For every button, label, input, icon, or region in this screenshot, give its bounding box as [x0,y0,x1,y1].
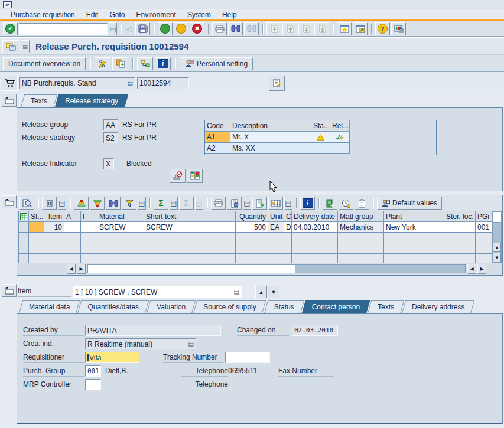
find-button[interactable] [228,22,243,35]
enter-button[interactable]: ✔ [3,22,18,35]
matl-group-cell[interactable]: Mechanics [338,222,384,233]
last-page-button[interactable] [314,22,329,35]
command-history-dropdown[interactable]: ▤ [109,22,117,35]
release-options-button[interactable] [187,169,203,183]
other-document-button[interactable] [112,57,128,70]
tab-material-data[interactable]: Material data [21,300,78,313]
sum-button[interactable]: Σ [154,197,168,210]
collapse-detail-button[interactable] [2,284,17,297]
new-session-button[interactable] [337,22,352,35]
col-header-status[interactable]: St... [29,211,44,222]
release-strategy-button[interactable] [137,57,153,70]
col-header-short-text[interactable]: Short text [144,211,236,222]
delivery-date-cell[interactable]: 04.03.2010 [292,222,338,233]
filter-button[interactable] [122,197,136,210]
cart-button[interactable] [2,76,18,91]
description-col-header[interactable]: Description [230,120,311,132]
delivery-schedule-button[interactable] [339,197,353,210]
command-field[interactable] [19,23,108,35]
save-button[interactable] [135,22,150,35]
customize-layout-button[interactable] [391,22,406,35]
cancel-button[interactable]: ✖ [190,22,204,35]
document-texts-button[interactable] [269,76,285,91]
menu-help[interactable]: Help [222,11,237,19]
window-menu-icon[interactable] [3,1,12,8]
cancel-release-button[interactable] [170,169,186,183]
menu-environment[interactable]: Environment [136,11,175,19]
menu-edit[interactable]: Edit [86,11,99,19]
col-header-i[interactable]: I [81,211,97,222]
requisitioner-field[interactable]: Vita [85,352,139,363]
i-cell[interactable] [81,222,97,233]
mrp-controller-field[interactable] [85,379,101,390]
delete-dropdown[interactable]: ▤ [58,197,66,210]
menu-system[interactable]: System [187,11,211,19]
print-items-button[interactable] [211,197,226,210]
status-cell[interactable] [311,132,330,143]
description-cell[interactable]: Mr. X [230,132,311,143]
material-cell[interactable]: SCREW [97,222,144,233]
creation-indicator-combo[interactable]: R Realtime (manual)▤ [85,338,196,349]
tab-contact-person[interactable]: Contact person [304,300,368,313]
col-header-a[interactable]: A [64,211,81,222]
description-cell[interactable]: Ms. XX [230,143,311,154]
help-button[interactable]: ? [375,22,390,35]
document-overview-button[interactable]: Document overview on [3,57,86,70]
created-by-field[interactable]: PRAVITA [85,325,221,336]
tab-valuation[interactable]: Valuation [148,300,194,313]
release-cell[interactable] [330,143,350,154]
select-all-header[interactable] [19,211,29,222]
sort-descending-button[interactable] [90,197,105,210]
col-header-plant[interactable]: Plant [384,211,444,222]
table-settings-dropdown[interactable]: ▤ [284,197,292,210]
vertical-scrollbar[interactable]: ▲ ▼ [492,211,502,263]
purchasing-group-field[interactable]: 001 [85,365,101,377]
previous-page-button[interactable] [282,22,297,35]
code-cell[interactable]: A1 [205,132,230,143]
release-group-field[interactable]: AA [103,119,118,130]
vscroll-thumb[interactable] [493,212,501,223]
back-button[interactable]: ← [158,22,173,35]
scroll-up-button[interactable]: ▲ [493,243,501,252]
tab-source-of-supply[interactable]: Source of supply [195,300,264,313]
doc-type-combo[interactable]: NB Purch.requis. Stand▤ [19,77,135,89]
undo-icon[interactable]: ◁ [125,24,134,33]
status-cell[interactable] [29,222,44,233]
hold-button[interactable] [355,197,369,210]
code-col-header[interactable]: Code [205,120,230,132]
tab-texts[interactable]: Texts [22,94,56,107]
row-selector[interactable] [19,243,29,254]
col-header-material[interactable]: Material [97,211,144,222]
col-header-c[interactable]: C [284,211,292,222]
create-shortcut-button[interactable] [353,22,368,35]
release-cell[interactable] [330,132,350,143]
find-entries-button[interactable] [106,197,121,210]
c-cell[interactable]: D [284,222,292,233]
display-change-button[interactable] [95,57,110,70]
details-button[interactable] [19,197,34,210]
stor-loc-cell[interactable] [444,222,476,233]
row-selector[interactable] [19,222,29,233]
scroll-right-button[interactable]: ▶ [77,264,86,274]
sort-ascending-button[interactable] [74,197,89,210]
col-header-stor-loc[interactable]: Stor. loc. [444,211,476,222]
copy-items-button[interactable] [323,197,337,210]
first-page-button[interactable] [266,22,281,35]
quantity-cell[interactable]: 500 [236,222,268,233]
subtotal-dropdown[interactable]: ▤ [195,197,203,210]
menu-purchase-requisition[interactable]: Purchase requisition [11,11,75,19]
previous-item-button[interactable]: ▲ [255,286,267,298]
filter-dropdown[interactable]: ▤ [138,197,146,210]
next-page-button[interactable] [298,22,313,35]
col-header-quantity[interactable]: Quantity [236,211,268,222]
menu-goto[interactable]: Goto [109,11,125,19]
horizontal-scrollbar[interactable] [87,264,466,273]
sum-dropdown[interactable]: ▤ [170,197,178,210]
item-selector-combo[interactable]: 1 [ 10 ] SCREW , SCREW▤ [73,286,242,298]
display-variant-dropdown[interactable]: ▤ [243,197,251,210]
item-cell[interactable]: 10 [44,222,64,233]
tracking-number-field[interactable] [225,352,270,363]
status-cell[interactable] [311,143,330,154]
pgr-cell[interactable]: 001 [476,222,492,233]
subtotal-button[interactable]: Σ [179,197,194,210]
